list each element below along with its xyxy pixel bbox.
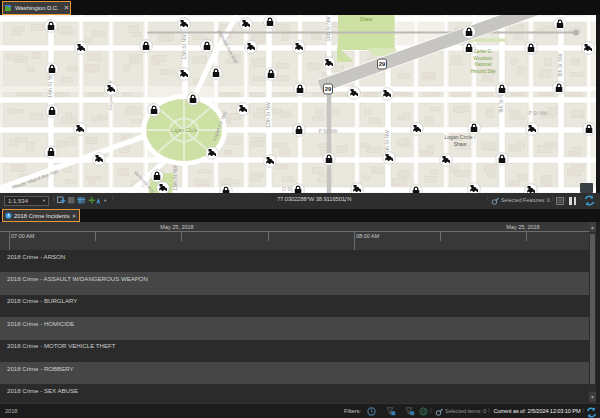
svg-text:13th St NW: 13th St NW <box>181 34 187 60</box>
svg-text:P St NW: P St NW <box>318 128 337 134</box>
svg-text:Shaw: Shaw <box>454 141 467 147</box>
svg-text:13th St NW: 13th St NW <box>172 165 178 191</box>
svg-text:Shaw: Shaw <box>360 16 373 22</box>
svg-text:National: National <box>475 62 492 67</box>
svg-text:29: 29 <box>379 61 386 67</box>
svg-text:12th St NW: 12th St NW <box>265 102 271 128</box>
svg-text:14th St NW: 14th St NW <box>47 72 53 98</box>
svg-text:Historic Site: Historic Site <box>471 69 496 74</box>
svg-text:Logan Circle /: Logan Circle / <box>445 134 476 140</box>
svg-text:11th St NW: 11th St NW <box>325 16 331 41</box>
svg-text:29: 29 <box>325 86 332 92</box>
svg-text:Woodson: Woodson <box>473 56 493 61</box>
svg-text:P St NW: P St NW <box>528 110 547 116</box>
svg-text:Carter G.: Carter G. <box>474 49 493 54</box>
svg-text:8th St NW: 8th St NW <box>557 53 563 76</box>
svg-text:O St: O St <box>282 186 293 192</box>
svg-text:Logan Circle: Logan Circle <box>171 128 198 133</box>
